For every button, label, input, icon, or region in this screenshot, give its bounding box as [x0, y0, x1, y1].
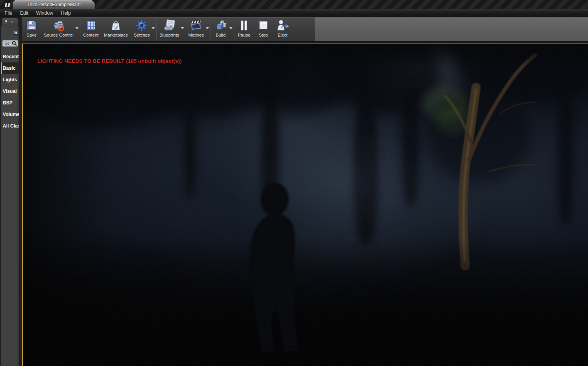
tab-well: u ThirdPersonExampleMap* — [0, 0, 588, 9]
blueprints-button[interactable]: Blueprints — [157, 17, 182, 41]
category-volumes[interactable]: Volume — [1, 109, 19, 120]
menu-window[interactable]: Window — [32, 9, 57, 17]
source-control-button[interactable]: Source Control — [41, 17, 76, 41]
toolbar-button-strip: Save Source Control — [22, 17, 315, 41]
save-button[interactable]: Save — [22, 17, 41, 41]
modes-panel-column: × » Se Recent Basic Lights Visual BSP Vo… — [0, 17, 22, 366]
lighting-rebuild-warning: LIGHTING NEEDS TO BE REBUILT (185 unbuil… — [37, 58, 182, 64]
blueprints-dropdown-icon[interactable] — [181, 27, 184, 29]
save-icon — [25, 19, 38, 32]
editor-main: × » Se Recent Basic Lights Visual BSP Vo… — [0, 17, 588, 366]
level-tab[interactable]: ThirdPersonExampleMap* — [13, 0, 95, 9]
settings-button[interactable]: Settings — [131, 17, 153, 41]
source-control-icon — [52, 19, 65, 32]
marketplace-button[interactable]: Marketplace — [101, 17, 131, 41]
modes-panel: » Se Recent Basic Lights Visual BSP Volu… — [1, 26, 19, 366]
source-control-dropdown-icon[interactable] — [75, 27, 79, 29]
build-icon — [214, 19, 227, 32]
category-all-classes[interactable]: All Clas — [1, 120, 19, 132]
film-grain-overlay — [23, 44, 588, 366]
eject-icon — [276, 19, 289, 32]
blueprints-icon — [162, 19, 176, 32]
matinee-icon — [189, 19, 203, 32]
expand-panel-button[interactable]: » — [1, 26, 19, 37]
eject-button[interactable]: Eject — [273, 17, 292, 41]
category-lights[interactable]: Lights — [1, 74, 19, 86]
main-toolbar: Save Source Control — [22, 17, 588, 42]
stop-icon — [256, 19, 270, 32]
category-visual[interactable]: Visual — [1, 86, 19, 97]
marketplace-icon — [109, 19, 123, 32]
modes-panel-tab[interactable]: × — [2, 18, 18, 26]
category-bsp[interactable]: BSP — [1, 97, 19, 109]
settings-gear-icon — [135, 19, 149, 32]
category-basic[interactable]: Basic — [1, 62, 19, 74]
menu-help[interactable]: Help — [57, 9, 75, 17]
unreal-logo-icon: u — [2, 0, 12, 9]
close-icon[interactable]: × — [11, 20, 13, 24]
wrench-icon — [4, 20, 9, 25]
settings-dropdown-icon[interactable] — [152, 27, 155, 29]
search-placeholder: Se — [5, 41, 9, 45]
content-browser-icon — [84, 19, 98, 32]
game-viewport[interactable]: LIGHTING NEEDS TO BE REBUILT (185 unbuil… — [22, 44, 588, 366]
pause-icon — [237, 19, 251, 32]
matinee-button[interactable]: Matinee — [185, 17, 207, 41]
build-dropdown-icon[interactable] — [229, 27, 232, 29]
build-button[interactable]: Build — [211, 17, 230, 41]
viewport-scene — [23, 44, 588, 366]
matinee-dropdown-icon[interactable] — [206, 27, 209, 29]
category-recently-placed[interactable]: Recent — [1, 51, 19, 62]
level-tab-title: ThirdPersonExampleMap* — [27, 2, 81, 7]
menu-edit[interactable]: Edit — [16, 9, 32, 17]
modes-search-input[interactable]: Se — [2, 40, 18, 47]
content-browser-button[interactable]: Content — [80, 17, 101, 41]
placement-category-list: Recent Basic Lights Visual BSP Volume Al… — [1, 51, 19, 132]
magnifier-icon — [12, 41, 17, 46]
menu-bar: File Edit Window Help — [0, 9, 588, 17]
menu-file[interactable]: File — [1, 9, 16, 17]
stop-button[interactable]: Stop — [254, 17, 273, 41]
pause-button[interactable]: Pause — [234, 17, 254, 41]
